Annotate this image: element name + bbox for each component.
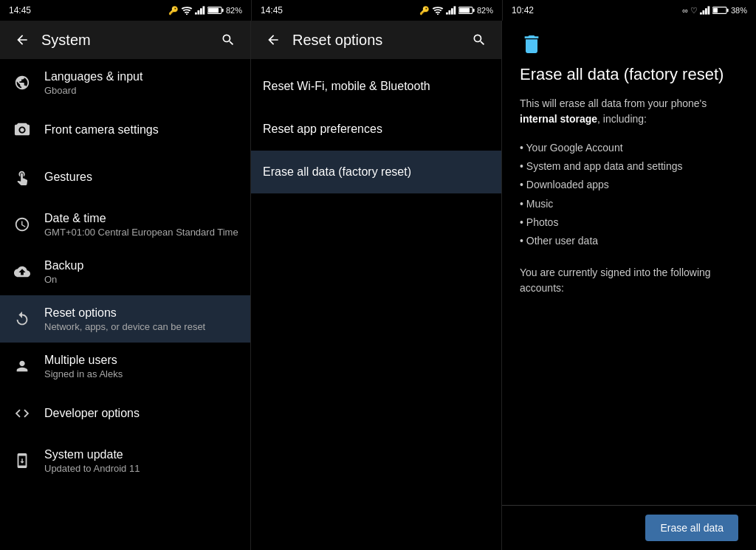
erase-content: Erase all data (factory reset) This will… bbox=[502, 21, 756, 505]
backup-icon bbox=[12, 261, 32, 282]
svg-rect-14 bbox=[472, 9, 474, 12]
battery-right bbox=[712, 6, 729, 15]
status-icons-mid: 🔑 bbox=[419, 6, 493, 16]
svg-rect-22 bbox=[713, 8, 718, 13]
backup-title: Backup bbox=[44, 259, 238, 272]
system-update-title: System update bbox=[44, 448, 238, 461]
panel-left-title: System bbox=[41, 32, 215, 49]
sidebar-item-reset[interactable]: Reset options Network, apps, or device c… bbox=[0, 295, 250, 343]
sidebar-item-languages[interactable]: Languages & input Gboard bbox=[0, 59, 250, 106]
erase-all-data-button[interactable]: Erase all data bbox=[645, 515, 738, 541]
erase-item-5: • Other user data bbox=[520, 232, 738, 250]
panels: System Languages & input Gboard bbox=[0, 21, 756, 550]
developer-text: Developer options bbox=[44, 407, 238, 420]
back-button-left[interactable] bbox=[9, 27, 35, 53]
date-time-text: Date & time GMT+01:00 Central European S… bbox=[44, 212, 238, 238]
erase-desc-before: This will erase all data from your phone… bbox=[520, 97, 707, 109]
sidebar-item-gestures[interactable]: Gestures bbox=[0, 154, 250, 201]
erase-accounts-label: You are currently signed into the follow… bbox=[520, 265, 738, 296]
gesture-icon bbox=[12, 167, 32, 188]
reset-text: Reset options Network, apps, or device c… bbox=[44, 306, 238, 332]
erase-description: This will erase all data from your phone… bbox=[520, 96, 738, 127]
svg-rect-7 bbox=[208, 8, 219, 13]
link-icon-right: ∞ bbox=[682, 6, 688, 15]
erase-all-label: Erase all data (factory reset) bbox=[263, 165, 411, 179]
erase-item-4: • Photos bbox=[520, 213, 738, 232]
key-icon-left: 🔑 bbox=[168, 6, 179, 16]
languages-subtitle: Gboard bbox=[44, 85, 238, 96]
gestures-text: Gestures bbox=[44, 171, 238, 184]
wifi-icon-mid bbox=[432, 6, 444, 15]
reset-app-item[interactable]: Reset app preferences bbox=[251, 108, 501, 151]
panel-mid: Reset options Reset Wi-Fi, mobile & Blue… bbox=[251, 21, 502, 550]
sidebar-item-front-camera[interactable]: Front camera settings bbox=[0, 106, 250, 154]
multiple-users-subtitle: Signed in as Aleks bbox=[44, 368, 238, 379]
svg-rect-10 bbox=[448, 10, 450, 15]
reset-subtitle: Network, apps, or device can be reset bbox=[44, 321, 238, 332]
status-bar-mid: 14:45 🔑 bbox=[251, 0, 502, 21]
erase-item-3: • Music bbox=[520, 195, 738, 213]
system-update-subtitle: Updated to Android 11 bbox=[44, 463, 238, 474]
system-update-text: System update Updated to Android 11 bbox=[44, 448, 238, 474]
languages-title: Languages & input bbox=[44, 70, 238, 83]
clock-icon bbox=[12, 214, 32, 235]
svg-point-8 bbox=[437, 13, 439, 15]
globe-icon bbox=[12, 72, 32, 93]
camera-icon bbox=[12, 120, 32, 140]
reset-wifi-item[interactable]: Reset Wi-Fi, mobile & Bluetooth bbox=[251, 65, 501, 108]
reset-title: Reset options bbox=[44, 306, 238, 320]
sidebar-item-multiple-users[interactable]: Multiple users Signed in as Aleks bbox=[0, 343, 250, 390]
languages-text: Languages & input Gboard bbox=[44, 70, 238, 96]
reset-app-label: Reset app preferences bbox=[263, 123, 382, 136]
status-icons-right: ∞ ♡ 38% bbox=[682, 6, 747, 16]
sidebar-item-backup[interactable]: Backup On bbox=[0, 248, 250, 295]
svg-rect-3 bbox=[200, 8, 202, 14]
developer-title: Developer options bbox=[44, 407, 238, 420]
front-camera-title: Front camera settings bbox=[44, 123, 238, 137]
svg-rect-17 bbox=[702, 10, 704, 15]
backup-text: Backup On bbox=[44, 259, 238, 285]
erase-items-list: • Your Google Account • System and app d… bbox=[520, 139, 738, 250]
battery-pct-mid: 82% bbox=[477, 6, 493, 15]
svg-rect-15 bbox=[459, 8, 470, 13]
front-camera-text: Front camera settings bbox=[44, 123, 238, 137]
back-button-mid[interactable] bbox=[260, 27, 286, 53]
svg-rect-19 bbox=[707, 6, 709, 14]
sidebar-item-developer[interactable]: Developer options bbox=[0, 390, 250, 437]
battery-pct-right: 38% bbox=[731, 6, 747, 15]
svg-rect-1 bbox=[195, 13, 197, 15]
person-icon bbox=[12, 356, 32, 377]
erase-footer: Erase all data bbox=[502, 505, 756, 550]
time-mid: 14:45 bbox=[261, 5, 283, 16]
signal-icon-right bbox=[700, 6, 710, 15]
gestures-title: Gestures bbox=[44, 171, 238, 184]
svg-rect-21 bbox=[726, 9, 728, 12]
erase-desc-after: , including: bbox=[597, 113, 647, 125]
panel-left: System Languages & input Gboard bbox=[0, 21, 251, 550]
time-right: 10:42 bbox=[512, 5, 534, 16]
trash-icon bbox=[520, 32, 738, 56]
search-button-left[interactable] bbox=[215, 27, 241, 53]
wifi-icon-left bbox=[181, 6, 193, 15]
panel-mid-title: Reset options bbox=[292, 32, 466, 49]
sidebar-item-date-time[interactable]: Date & time GMT+01:00 Central European S… bbox=[0, 201, 250, 248]
date-time-title: Date & time bbox=[44, 212, 238, 225]
update-icon bbox=[12, 450, 32, 471]
erase-all-item[interactable]: Erase all data (factory reset) bbox=[251, 151, 501, 193]
multiple-users-text: Multiple users Signed in as Aleks bbox=[44, 354, 238, 379]
date-time-subtitle: GMT+01:00 Central European Standard Time bbox=[44, 227, 238, 238]
time-left: 14:45 bbox=[9, 5, 31, 16]
battery-mid bbox=[458, 6, 475, 15]
svg-rect-9 bbox=[446, 13, 448, 15]
search-button-mid[interactable] bbox=[466, 27, 492, 53]
svg-rect-11 bbox=[451, 8, 453, 14]
reset-wifi-label: Reset Wi-Fi, mobile & Bluetooth bbox=[263, 80, 430, 93]
battery-pct-left: 82% bbox=[226, 6, 242, 15]
status-bar-left: 14:45 🔑 bbox=[0, 0, 251, 21]
sidebar-item-system-update[interactable]: System update Updated to Android 11 bbox=[0, 437, 250, 484]
erase-desc-bold: internal storage bbox=[520, 113, 597, 125]
heart-icon-right: ♡ bbox=[690, 6, 698, 16]
status-icons-left: 🔑 bbox=[168, 6, 242, 16]
code-icon bbox=[12, 403, 32, 424]
svg-rect-16 bbox=[700, 13, 702, 15]
